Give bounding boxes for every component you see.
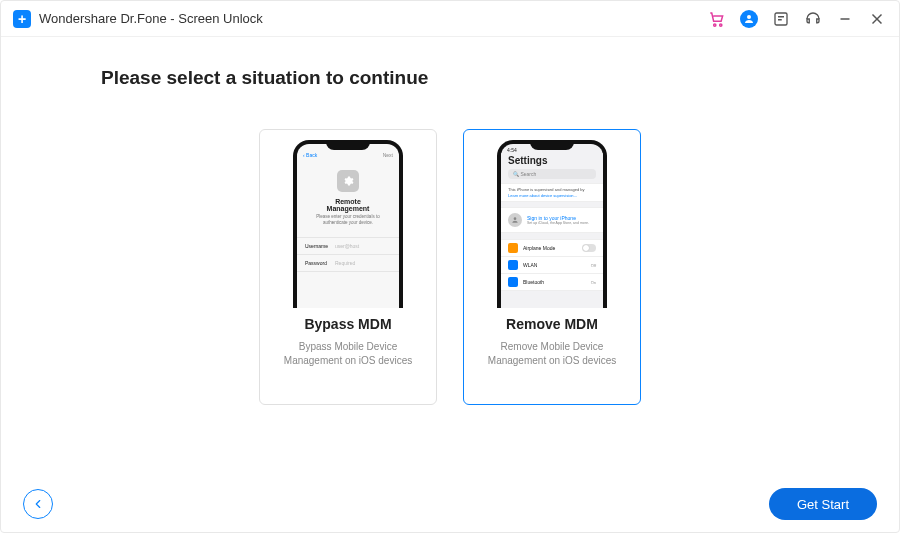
phone2-wlan-value: Off	[591, 263, 596, 268]
card-desc: Remove Mobile Device Management on iOS d…	[474, 340, 630, 368]
card-bypass-mdm[interactable]: ‹ Back Next Remote Management Please ent…	[259, 129, 437, 405]
phone2-banner-link: Learn more about device supervision…	[508, 193, 596, 199]
phone-mock-remove: 4:54 Settings 🔍 Search This iPhone is su…	[497, 140, 607, 308]
phone2-signin-sub: Set up iCloud, the App Store, and more.	[527, 221, 589, 225]
phone1-password-label: Password	[305, 260, 335, 266]
avatar-icon	[508, 213, 522, 227]
page-heading: Please select a situation to continue	[1, 67, 899, 89]
titlebar: + Wondershare Dr.Fone - Screen Unlock	[1, 1, 899, 37]
phone2-airplane-row: Airplane Mode	[501, 240, 603, 257]
footer: Get Start	[1, 476, 899, 532]
phone1-subtitle: Please enter your credentials to authent…	[297, 214, 399, 227]
cart-icon[interactable]	[707, 9, 727, 29]
phone2-bluetooth-label: Bluetooth	[523, 279, 544, 285]
get-start-button[interactable]: Get Start	[769, 488, 877, 520]
phone2-bluetooth-row: Bluetooth On	[501, 274, 603, 291]
phone2-signin-row: Sign in to your iPhone Set up iCloud, th…	[501, 207, 603, 233]
svg-point-2	[747, 15, 751, 19]
phone2-heading: Settings	[501, 153, 603, 169]
phone1-username-label: Username	[305, 243, 335, 249]
svg-point-1	[720, 23, 722, 25]
feedback-icon[interactable]	[771, 9, 791, 29]
phone2-bluetooth-value: On	[591, 280, 596, 285]
airplane-icon	[508, 243, 518, 253]
phone1-back-label: ‹ Back	[303, 152, 317, 158]
card-remove-mdm[interactable]: 4:54 Settings 🔍 Search This iPhone is su…	[463, 129, 641, 405]
minimize-button[interactable]	[835, 9, 855, 29]
phone1-username-value: user@host	[335, 243, 359, 249]
card-desc: Bypass Mobile Device Management on iOS d…	[270, 340, 426, 368]
app-title: Wondershare Dr.Fone - Screen Unlock	[39, 11, 263, 26]
card-title: Bypass MDM	[304, 316, 391, 332]
phone2-search: 🔍 Search	[508, 169, 596, 179]
main-content: Please select a situation to continue ‹ …	[1, 37, 899, 476]
phone2-search-text: Search	[520, 171, 536, 177]
wifi-icon	[508, 260, 518, 270]
phone2-banner-line1: This iPhone is supervised and managed by	[508, 187, 596, 193]
gear-icon	[337, 170, 359, 192]
svg-point-7	[514, 218, 517, 221]
phone-mock-bypass: ‹ Back Next Remote Management Please ent…	[293, 140, 403, 308]
bluetooth-icon	[508, 277, 518, 287]
profile-icon[interactable]	[739, 9, 759, 29]
phone2-banner: This iPhone is supervised and managed by…	[501, 183, 603, 202]
back-button[interactable]	[23, 489, 53, 519]
svg-point-0	[714, 23, 716, 25]
support-icon[interactable]	[803, 9, 823, 29]
titlebar-actions	[707, 9, 887, 29]
app-logo-icon: +	[13, 10, 31, 28]
phone1-password-value: Required	[335, 260, 355, 266]
app-window: + Wondershare Dr.Fone - Screen Unlock	[0, 0, 900, 533]
phone2-wlan-label: WLAN	[523, 262, 537, 268]
phone2-wlan-row: WLAN Off	[501, 257, 603, 274]
phone1-next-label: Next	[383, 152, 393, 158]
svg-rect-3	[775, 13, 787, 25]
toggle-icon	[582, 244, 596, 252]
phone2-airplane-label: Airplane Mode	[523, 245, 555, 251]
close-button[interactable]	[867, 9, 887, 29]
card-title: Remove MDM	[506, 316, 598, 332]
option-cards: ‹ Back Next Remote Management Please ent…	[1, 129, 899, 405]
phone1-title: Remote Management	[297, 198, 399, 212]
